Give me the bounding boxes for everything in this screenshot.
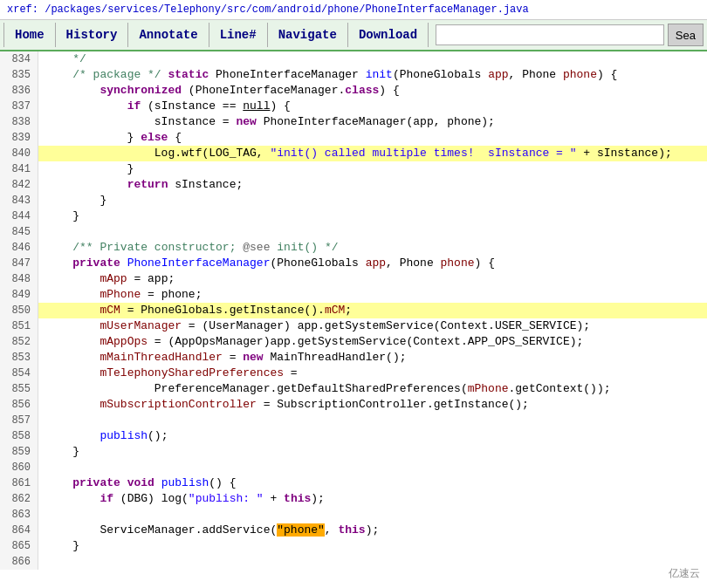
code-line: 860 (0, 460, 707, 475)
code-line: 842 return sInstance; (0, 177, 707, 193)
code-line: 855 PreferenceManager.getDefaultSharedPr… (0, 381, 707, 397)
code-line: 846 /** Private constructor; @see init()… (0, 240, 707, 256)
code-line: 843 } (0, 193, 707, 209)
code-line: 852 mAppOps = (AppOpsManager)app.getSyst… (0, 334, 707, 350)
code-line: 859 } (0, 444, 707, 460)
search-input[interactable] (436, 24, 664, 45)
code-line: 851 mUserManager = (UserManager) app.get… (0, 318, 707, 334)
code-line: 866 (0, 554, 707, 570)
code-line: 847 private PhoneInterfaceManager(PhoneG… (0, 256, 707, 271)
code-line: 854 mTelephonySharedPreferences = (0, 366, 707, 381)
code-line: 862 if (DBG) log("publish: " + this); (0, 491, 707, 507)
code-area: 834 */ 835 /* package */ static PhoneInt… (0, 51, 707, 587)
code-line: 837 if (sInstance == null) { (0, 99, 707, 114)
code-line: 853 mMainThreadHandler = new MainThreadH… (0, 350, 707, 366)
code-line: 856 mSubscriptionController = Subscripti… (0, 397, 707, 413)
code-line: 838 sInstance = new PhoneInterfaceManage… (0, 114, 707, 130)
search-button[interactable]: Sea (668, 24, 704, 46)
code-line: 864 ServiceManager.addService("phone", t… (0, 523, 707, 538)
watermark: 亿速云 (669, 566, 700, 581)
nav-history[interactable]: History (56, 23, 129, 47)
code-line: 849 mPhone = phone; (0, 287, 707, 303)
code-line-highlighted: 840 Log.wtf(LOG_TAG, "init() called mult… (0, 146, 707, 161)
code-line-highlighted: 850 mCM = PhoneGlobals.getInstance().mCM… (0, 303, 707, 318)
code-line: 845 (0, 224, 707, 240)
nav-lineno[interactable]: Line# (209, 23, 268, 47)
nav-home[interactable]: Home (3, 23, 56, 47)
nav-download[interactable]: Download (348, 23, 429, 47)
code-line: 835 /* package */ static PhoneInterfaceM… (0, 67, 707, 83)
nav-navigate[interactable]: Navigate (268, 23, 348, 47)
path-bar: xref: /packages/services/Telephony/src/c… (0, 0, 707, 20)
code-line: 865 } (0, 538, 707, 554)
code-line: 857 (0, 413, 707, 428)
code-line: 861 private void publish() { (0, 475, 707, 491)
code-line: 863 (0, 507, 707, 523)
nav-annotate[interactable]: Annotate (128, 23, 209, 47)
code-line: 844 } (0, 209, 707, 224)
code-line: 848 mApp = app; (0, 271, 707, 287)
nav-bar: Home History Annotate Line# Navigate Dow… (0, 20, 707, 51)
code-line: 839 } else { (0, 130, 707, 146)
code-line: 858 publish(); (0, 428, 707, 444)
path-text: xref: /packages/services/Telephony/src/c… (7, 3, 529, 16)
code-line: 834 */ (0, 51, 707, 67)
code-line: 841 } (0, 161, 707, 177)
code-line: 836 synchronized (PhoneInterfaceManager.… (0, 83, 707, 99)
